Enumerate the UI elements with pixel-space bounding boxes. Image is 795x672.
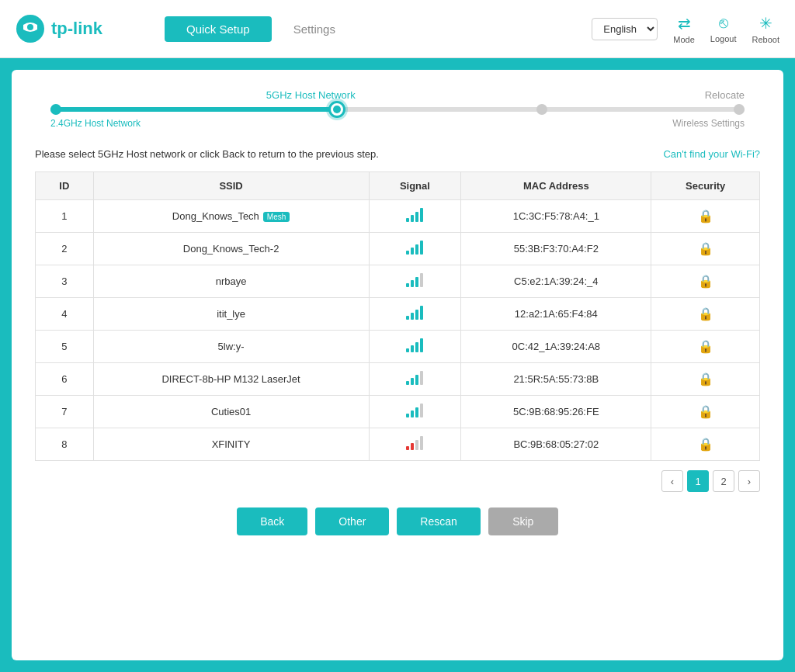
svg-point-1 (27, 24, 33, 30)
cell-id: 2 (36, 233, 94, 265)
cell-mac: 55:3B:F3:70:A4:F2 (461, 233, 651, 265)
instruction-row: Please select 5GHz Host network or click… (35, 148, 760, 160)
cell-mac: 21:5R:5A:55:73:8B (461, 363, 651, 396)
mode-icon: ⇄ (678, 14, 691, 33)
prev-page-button[interactable]: ‹ (661, 470, 683, 492)
progress-labels-bottom: 2.4GHz Host Network Wireless Settings (50, 118, 745, 129)
lock-icon: 🔒 (698, 405, 713, 418)
cell-signal (369, 298, 461, 331)
mesh-badge: Mesh (263, 212, 290, 222)
language-select[interactable]: English (592, 18, 658, 40)
table-row[interactable]: 3 nrbaye C5:e2:1A:39:24:_4 🔒 (36, 265, 760, 298)
lock-icon: 🔒 (698, 275, 713, 288)
cell-security: 🔒 (651, 233, 760, 265)
col-header-mac: MAC Address (461, 172, 651, 200)
step-dot-3 (536, 104, 547, 115)
cell-ssid: DIRECT-8b-HP M132 LaserJet (93, 363, 369, 396)
table-row[interactable]: 8 XFINITY BC:9B:68:05:27:02 🔒 (36, 428, 760, 461)
main-nav: Quick Setup Settings (165, 16, 357, 42)
cell-ssid: Dong_Knows_Tech-2 (93, 233, 369, 265)
table-row[interactable]: 2 Dong_Knows_Tech-2 55:3B:F3:70:A4:F2 🔒 (36, 233, 760, 265)
cell-security: 🔒 (651, 363, 760, 396)
logout-button[interactable]: ⎋ Logout (710, 14, 737, 43)
cell-signal (369, 233, 461, 265)
content-card: 5GHz Host Network Relocate 2.4GHz Host N… (12, 70, 783, 660)
logo-text: tp-link (51, 19, 102, 39)
reboot-button[interactable]: ✳ Reboot (752, 14, 779, 44)
cell-security: 🔒 (651, 200, 760, 233)
instruction-text: Please select 5GHz Host network or click… (35, 148, 379, 160)
step-wireless-label-top (398, 89, 571, 101)
mode-label: Mode (673, 35, 695, 44)
back-button[interactable]: Back (237, 507, 307, 535)
table-header-row: ID SSID Signal MAC Address Security (36, 172, 760, 200)
tab-settings[interactable]: Settings (272, 16, 357, 42)
cell-mac: 1C:3C:F5:78:A4:_1 (461, 200, 651, 233)
skip-button[interactable]: Skip (488, 507, 558, 535)
cell-ssid: XFINITY (93, 428, 369, 461)
step-relocate-label-top: Relocate (571, 89, 745, 101)
cell-id: 3 (36, 265, 94, 298)
cell-mac: BC:9B:68:05:27:02 (461, 428, 651, 461)
cell-signal (369, 428, 461, 461)
table-row[interactable]: 1 Dong_Knows_TechMesh 1C:3C:F5:78:A4:_1 … (36, 200, 760, 233)
logout-icon: ⎋ (719, 14, 728, 32)
table-row[interactable]: 6 DIRECT-8b-HP M132 LaserJet 21:5R:5A:55… (36, 363, 760, 396)
page-2-button[interactable]: 2 (713, 470, 734, 492)
cell-id: 7 (36, 396, 94, 428)
network-table: ID SSID Signal MAC Address Security 1 Do… (35, 171, 760, 461)
step-24ghz-label-bottom: 2.4GHz Host Network (50, 118, 141, 129)
cell-signal (369, 200, 461, 233)
page-1-button[interactable]: 1 (687, 470, 709, 492)
col-header-ssid: SSID (93, 172, 369, 200)
cell-mac: C5:e2:1A:39:24:_4 (461, 265, 651, 298)
cell-id: 6 (36, 363, 94, 396)
rescan-button[interactable]: Rescan (397, 507, 480, 535)
pagination: ‹ 1 2 › (35, 470, 760, 492)
step-wireless-label-bottom: Wireless Settings (672, 118, 745, 129)
cell-id: 1 (36, 200, 94, 233)
progress-track (50, 107, 745, 112)
step-dot-2 (328, 101, 345, 118)
other-button[interactable]: Other (315, 507, 389, 535)
col-header-id: ID (36, 172, 94, 200)
cell-ssid: 5lw:y- (93, 331, 369, 363)
header: tp-link Quick Setup Settings English ⇄ M… (0, 0, 795, 58)
cell-signal (369, 363, 461, 396)
table-row[interactable]: 4 itit_lye 12:a2:1A:65:F4:84 🔒 (36, 298, 760, 331)
cell-mac: 12:a2:1A:65:F4:84 (461, 298, 651, 331)
table-row[interactable]: 7 Cuties01 5C:9B:68:95:26:FE 🔒 (36, 396, 760, 428)
step-dot-4 (734, 104, 745, 115)
cell-security: 🔒 (651, 396, 760, 428)
cell-ssid: Dong_Knows_TechMesh (93, 200, 369, 233)
reboot-icon: ✳ (759, 14, 772, 33)
progress-section: 5GHz Host Network Relocate 2.4GHz Host N… (35, 89, 760, 129)
step-dot-1 (50, 104, 61, 115)
tab-quick-setup[interactable]: Quick Setup (165, 16, 272, 42)
tp-link-logo-icon (16, 14, 45, 43)
next-page-button[interactable]: › (738, 470, 760, 492)
logo: tp-link (16, 14, 102, 43)
cell-signal (369, 396, 461, 428)
col-header-signal: Signal (369, 172, 461, 200)
progress-fill (50, 107, 342, 112)
wifi-help-link[interactable]: Can't find your Wi-Fi? (663, 148, 760, 160)
cell-ssid: itit_lye (93, 298, 369, 331)
logout-label: Logout (710, 34, 737, 43)
reboot-label: Reboot (752, 35, 779, 44)
mode-button[interactable]: ⇄ Mode (673, 14, 695, 44)
cell-signal (369, 265, 461, 298)
cell-security: 🔒 (651, 428, 760, 461)
table-row[interactable]: 5 5lw:y- 0C:42_1A:39:24:A8 🔒 (36, 331, 760, 363)
cell-mac: 0C:42_1A:39:24:A8 (461, 331, 651, 363)
cell-security: 🔒 (651, 331, 760, 363)
cell-id: 4 (36, 298, 94, 331)
col-header-security: Security (651, 172, 760, 200)
lock-icon: 🔒 (698, 210, 713, 223)
cell-security: 🔒 (651, 265, 760, 298)
lock-icon: 🔒 (698, 372, 713, 386)
cell-ssid: nrbaye (93, 265, 369, 298)
lock-icon: 🔒 (698, 340, 713, 353)
step-24ghz-label-top (50, 89, 224, 101)
cell-mac: 5C:9B:68:95:26:FE (461, 396, 651, 428)
